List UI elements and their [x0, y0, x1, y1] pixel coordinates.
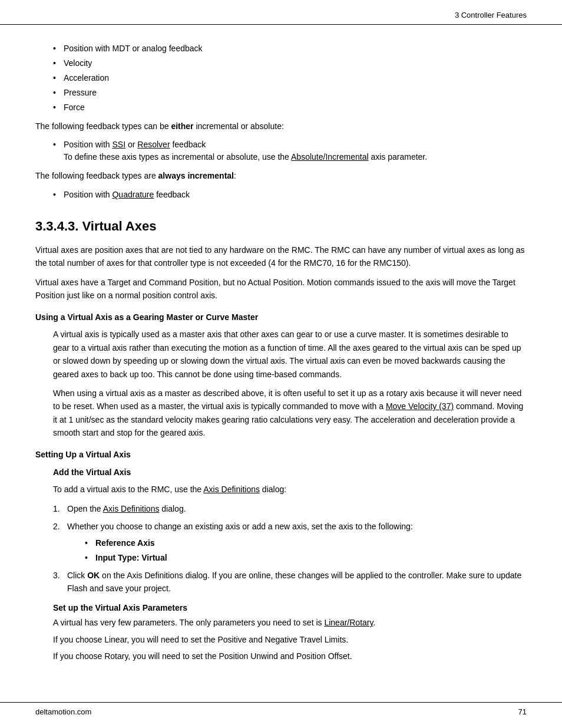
- footer-left: deltamotion.com: [35, 707, 91, 716]
- list-item: Position with Quadrature feedback: [53, 189, 527, 201]
- list-item: Velocity: [53, 57, 527, 70]
- page: 3 Controller Features Position with MDT …: [0, 0, 562, 728]
- params-heading: Set up the Virtual Axis Parameters: [53, 603, 527, 612]
- page-header: 3 Controller Features: [0, 0, 562, 25]
- params-para1: A virtual has very few parameters. The o…: [53, 616, 527, 629]
- params-para2: If you choose Linear, you will need to s…: [53, 633, 527, 646]
- feedback-either-list: Position with SSI or Resolver feedback T…: [53, 139, 527, 163]
- page-footer: deltamotion.com 71: [0, 702, 562, 716]
- params-para3: If you choose Rotary, you will need to s…: [53, 650, 527, 663]
- top-bullet-list: Position with MDT or analog feedback Vel…: [53, 42, 527, 114]
- add-heading: Add the Virtual Axis: [53, 467, 527, 477]
- intro-para1: Virtual axes are position axes that are …: [35, 243, 527, 270]
- list-item: Force: [53, 101, 527, 114]
- feedback-either-intro: The following feedback types can be eith…: [35, 120, 527, 133]
- add-intro: To add a virtual axis to the RMC, use th…: [53, 483, 527, 496]
- intro-para2: Virtual axes have a Target and Command P…: [35, 276, 527, 302]
- feedback-always-list: Position with Quadrature feedback: [53, 189, 527, 201]
- list-item: 1. Open the Axis Definitions dialog.: [53, 502, 527, 515]
- gearing-para1: A virtual axis is typically used as a ma…: [53, 328, 527, 381]
- list-item: Input Type: Virtual: [85, 552, 527, 564]
- add-steps-list: 1. Open the Axis Definitions dialog. 2. …: [53, 502, 527, 595]
- list-item: 3. Click OK on the Axis Definitions dial…: [53, 569, 527, 595]
- footer-right: 71: [518, 707, 527, 716]
- list-item: Position with SSI or Resolver feedback T…: [53, 139, 527, 163]
- setup-heading: Setting Up a Virtual Axis: [35, 450, 527, 459]
- list-item: Reference Axis: [85, 537, 527, 549]
- main-content: Position with MDT or analog feedback Vel…: [0, 25, 562, 690]
- feedback-always-intro: The following feedback types are always …: [35, 169, 527, 182]
- gearing-heading: Using a Virtual Axis as a Gearing Master…: [35, 312, 527, 322]
- header-title: 3 Controller Features: [455, 11, 527, 19]
- list-item: 2. Whether you choose to change an exist…: [53, 520, 527, 564]
- gearing-para2: When using a virtual axis as a master as…: [53, 387, 527, 440]
- list-item: Acceleration: [53, 72, 527, 84]
- list-item: Position with MDT or analog feedback: [53, 42, 527, 55]
- list-item: Pressure: [53, 87, 527, 99]
- step2-bullets: Reference Axis Input Type: Virtual: [85, 537, 527, 564]
- section-heading: 3.3.4.3. Virtual Axes: [35, 219, 527, 234]
